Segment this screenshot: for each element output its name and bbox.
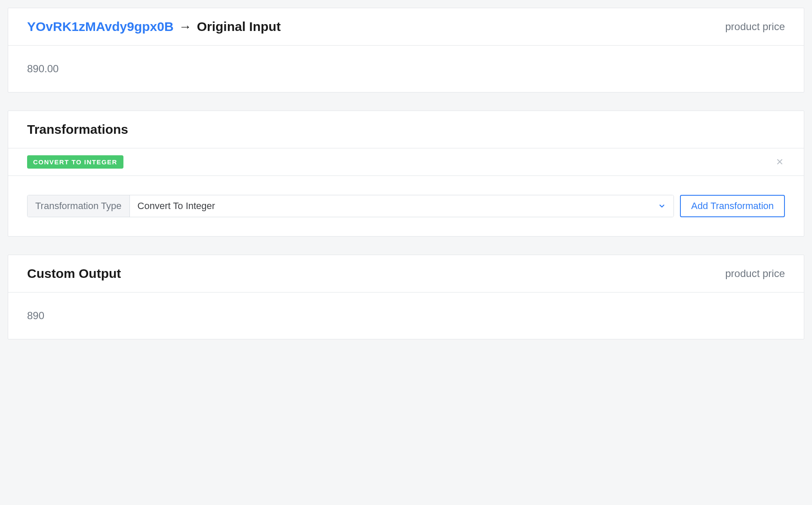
arrow-icon: → [179,19,192,34]
original-input-header: YOvRK1zMAvdy9gpx0B → Original Input prod… [8,8,804,46]
custom-output-card: Custom Output product price 890 [8,255,804,339]
input-title-text: Original Input [197,19,281,34]
custom-output-title: Custom Output [27,266,121,281]
transformations-card: Transformations CONVERT TO INTEGER Trans… [8,111,804,237]
input-value-body: 890.00 [8,46,804,92]
transformation-tag-row: CONVERT TO INTEGER [8,148,804,176]
transformations-title: Transformations [27,122,128,137]
close-icon [776,158,783,165]
transformation-type-label: Transformation Type [28,195,130,217]
transformations-header: Transformations [8,111,804,148]
output-value-body: 890 [8,293,804,339]
custom-output-header: Custom Output product price [8,255,804,293]
remove-transformation-button[interactable] [775,156,785,169]
transformation-tag: CONVERT TO INTEGER [27,155,123,169]
transformation-type-select[interactable]: Convert To Integer [130,195,674,217]
output-value: 890 [27,310,785,322]
input-title-group: YOvRK1zMAvdy9gpx0B → Original Input [27,19,281,34]
original-input-card: YOvRK1zMAvdy9gpx0B → Original Input prod… [8,8,804,92]
chevron-down-icon [658,202,666,210]
input-id-link[interactable]: YOvRK1zMAvdy9gpx0B [27,19,174,34]
transformation-type-value: Convert To Integer [138,200,215,212]
output-subtitle: product price [725,268,785,280]
input-subtitle: product price [725,21,785,33]
transformation-control-row: Transformation Type Convert To Integer A… [8,176,804,236]
add-transformation-button[interactable]: Add Transformation [680,195,785,217]
input-value: 890.00 [27,63,785,75]
transformation-type-field: Transformation Type Convert To Integer [27,195,674,217]
